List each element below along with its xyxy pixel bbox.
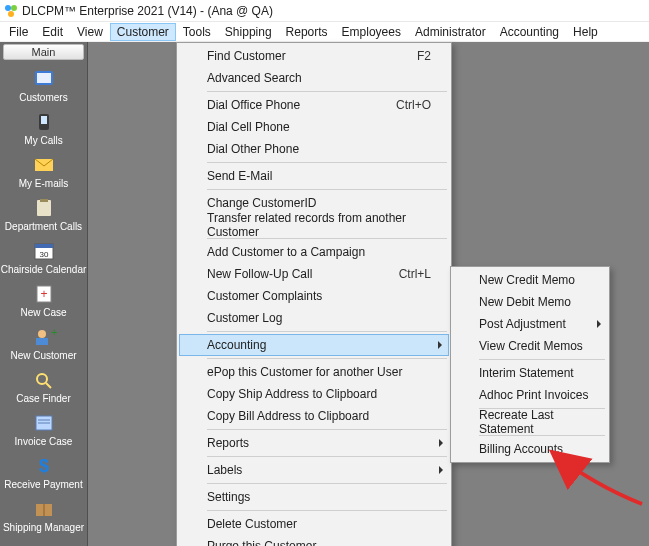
menu-item-label: Customer Complaints	[207, 289, 322, 303]
menu-item-label: Billing Accounts	[479, 442, 563, 456]
menu-item-dial-cell-phone[interactable]: Dial Cell Phone	[179, 116, 449, 138]
submenu-item-view-credit-memos[interactable]: View Credit Memos	[453, 335, 607, 357]
menu-shipping[interactable]: Shipping	[218, 23, 279, 41]
sidebar-item-label: Shipping Manager	[3, 523, 84, 533]
menu-item-label: View Credit Memos	[479, 339, 583, 353]
menu-item-settings[interactable]: Settings	[179, 486, 449, 508]
sidebar-item-new-case[interactable]: +New Case	[0, 279, 87, 322]
titlebar: DLCPM™ Enterprise 2021 (V14) - (Ana @ QA…	[0, 0, 649, 22]
sidebar-item-schedule-dashboard[interactable]: Schedule Dashboard	[0, 537, 87, 546]
sidebar-item-receive-payment[interactable]: $Receive Payment	[0, 451, 87, 494]
sidebar-item-label: New Case	[20, 308, 66, 318]
svg-text:+: +	[40, 287, 47, 301]
svg-text:30: 30	[39, 250, 48, 259]
menu-help[interactable]: Help	[566, 23, 605, 41]
menu-item-dial-office-phone[interactable]: Dial Office PhoneCtrl+O	[179, 94, 449, 116]
svg-point-1	[11, 5, 17, 11]
menu-item-epop-this-customer-for-another-user[interactable]: ePop this Customer for another User	[179, 361, 449, 383]
menubar: FileEditViewCustomerToolsShippingReports…	[0, 22, 649, 42]
submenu-arrow-icon	[438, 341, 442, 349]
submenu-item-recreate-last-statement[interactable]: Recreate Last Statement	[453, 411, 607, 433]
sidebar-item-case-finder[interactable]: Case Finder	[0, 365, 87, 408]
menu-item-label: Post Adjustment	[479, 317, 566, 331]
menu-accounting[interactable]: Accounting	[493, 23, 566, 41]
submenu-arrow-icon	[439, 439, 443, 447]
menu-item-customer-complaints[interactable]: Customer Complaints	[179, 285, 449, 307]
sidebar-item-label: Case Finder	[16, 394, 70, 404]
submenu-item-new-credit-memo[interactable]: New Credit Memo	[453, 269, 607, 291]
menu-item-advanced-search[interactable]: Advanced Search	[179, 67, 449, 89]
svg-point-18	[37, 374, 47, 384]
submenu-item-interim-statement[interactable]: Interim Statement	[453, 362, 607, 384]
menu-separator	[207, 358, 447, 359]
svg-line-19	[46, 383, 51, 388]
menu-item-copy-ship-address-to-clipboard[interactable]: Copy Ship Address to Clipboard	[179, 383, 449, 405]
svg-rect-16	[36, 338, 48, 345]
package-icon	[29, 496, 59, 522]
menu-separator	[207, 510, 447, 511]
menu-item-find-customer[interactable]: Find CustomerF2	[179, 45, 449, 67]
sidebar-item-label: My Calls	[24, 136, 62, 146]
menu-item-label: New Credit Memo	[479, 273, 575, 287]
menu-item-label: Transfer related records from another Cu…	[207, 211, 431, 239]
menu-tools[interactable]: Tools	[176, 23, 218, 41]
menu-item-new-follow-up-call[interactable]: New Follow-Up CallCtrl+L	[179, 263, 449, 285]
menu-item-labels[interactable]: Labels	[179, 459, 449, 481]
sidebar-item-label: New Customer	[10, 351, 76, 361]
sidebar-item-new-customer[interactable]: +New Customer	[0, 322, 87, 365]
svg-text:+: +	[51, 326, 57, 338]
submenu-item-adhoc-print-invoices[interactable]: Adhoc Print Invoices	[453, 384, 607, 406]
submenu-item-new-debit-memo[interactable]: New Debit Memo	[453, 291, 607, 313]
sidebar-item-chairside-calendar[interactable]: 30Chairside Calendar	[0, 236, 87, 279]
menu-item-dial-other-phone[interactable]: Dial Other Phone	[179, 138, 449, 160]
menu-item-accounting[interactable]: Accounting	[179, 334, 449, 356]
menu-separator	[207, 189, 447, 190]
menu-file[interactable]: File	[2, 23, 35, 41]
menu-item-delete-customer[interactable]: Delete Customer	[179, 513, 449, 535]
menu-employees[interactable]: Employees	[335, 23, 408, 41]
menu-view[interactable]: View	[70, 23, 110, 41]
menu-item-copy-bill-address-to-clipboard[interactable]: Copy Bill Address to Clipboard	[179, 405, 449, 427]
menu-item-label: Copy Ship Address to Clipboard	[207, 387, 377, 401]
window-title: DLCPM™ Enterprise 2021 (V14) - (Ana @ QA…	[22, 4, 273, 18]
svg-point-0	[5, 5, 11, 11]
menu-item-transfer-related-records-from-another-customer[interactable]: Transfer related records from another Cu…	[179, 214, 449, 236]
menu-item-send-e-mail[interactable]: Send E-Mail	[179, 165, 449, 187]
calendar-icon: 30	[29, 238, 59, 264]
menu-customer[interactable]: Customer	[110, 23, 176, 41]
sidebar-item-my-calls[interactable]: My Calls	[0, 107, 87, 150]
menu-item-label: Find Customer	[207, 49, 286, 63]
book-icon	[29, 66, 59, 92]
invoice-icon	[29, 410, 59, 436]
sidebar-item-shipping-manager[interactable]: Shipping Manager	[0, 494, 87, 537]
sidebar-item-label: Invoice Case	[15, 437, 73, 447]
gauge-icon	[29, 539, 59, 546]
menu-item-label: Recreate Last Statement	[479, 408, 593, 436]
sidebar-item-label: My E-mails	[19, 179, 68, 189]
sidebar-item-customers[interactable]: Customers	[0, 64, 87, 107]
menu-item-label: Advanced Search	[207, 71, 302, 85]
menu-edit[interactable]: Edit	[35, 23, 70, 41]
menu-item-reports[interactable]: Reports	[179, 432, 449, 454]
menu-item-customer-log[interactable]: Customer Log	[179, 307, 449, 329]
menu-item-purge-this-customer[interactable]: Purge this Customer	[179, 535, 449, 546]
menu-separator	[207, 483, 447, 484]
menu-administrator[interactable]: Administrator	[408, 23, 493, 41]
menu-item-add-customer-to-a-campaign[interactable]: Add Customer to a Campaign	[179, 241, 449, 263]
submenu-arrow-icon	[597, 320, 601, 328]
sidebar-item-invoice-case[interactable]: Invoice Case	[0, 408, 87, 451]
mail-icon	[29, 152, 59, 178]
menu-shortcut: Ctrl+L	[399, 267, 431, 281]
menu-item-label: Reports	[207, 436, 249, 450]
menu-separator	[207, 429, 447, 430]
menu-item-label: Settings	[207, 490, 250, 504]
menu-item-label: New Debit Memo	[479, 295, 571, 309]
sidebar-item-my-e-mails[interactable]: My E-mails	[0, 150, 87, 193]
submenu-item-post-adjustment[interactable]: Post Adjustment	[453, 313, 607, 335]
menu-separator	[207, 456, 447, 457]
menu-item-label: Interim Statement	[479, 366, 574, 380]
sidebar-item-department-calls[interactable]: Department Calls	[0, 193, 87, 236]
app-icon	[4, 4, 18, 18]
menu-reports[interactable]: Reports	[279, 23, 335, 41]
submenu-item-billing-accounts[interactable]: Billing Accounts	[453, 438, 607, 460]
